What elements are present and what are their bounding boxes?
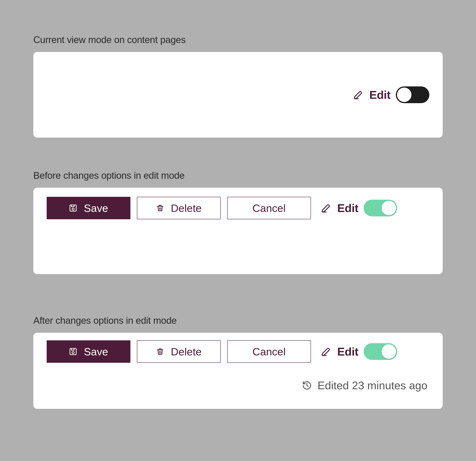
toggle-knob: [397, 88, 411, 102]
toggle-knob: [382, 201, 396, 215]
edit-toggle-on[interactable]: [364, 343, 397, 360]
edit-label: Edit: [337, 345, 358, 358]
cancel-label: Cancel: [253, 345, 286, 358]
delete-label: Delete: [171, 345, 202, 358]
delete-button[interactable]: Delete: [137, 340, 221, 363]
save-label: Save: [84, 345, 108, 358]
edit-toggle-off[interactable]: [396, 86, 429, 103]
save-button[interactable]: Save: [47, 340, 130, 363]
delete-label: Delete: [171, 202, 202, 214]
section-label-after: After changes options in edit mode: [33, 315, 443, 326]
edit-wrap-after: Edit: [321, 343, 397, 360]
trash-icon: [156, 347, 164, 356]
delete-button[interactable]: Delete: [137, 197, 221, 219]
cancel-button[interactable]: Cancel: [227, 340, 311, 363]
save-label: Save: [84, 202, 108, 214]
save-icon: [69, 204, 77, 212]
section-label-viewmode: Current view mode on content pages: [33, 34, 443, 45]
edited-text: Edited 23 minutes ago: [318, 379, 427, 392]
save-icon: [69, 347, 77, 356]
panel-after: Save Delete Cancel: [33, 333, 443, 409]
edited-row: Edited 23 minutes ago: [47, 379, 429, 392]
edit-icon: [321, 203, 332, 213]
svg-point-3: [72, 352, 74, 354]
toggle-knob: [382, 344, 396, 359]
edit-toggle-on[interactable]: [364, 200, 397, 216]
history-icon: [302, 380, 312, 390]
save-button[interactable]: Save: [47, 197, 130, 219]
edit-label: Edit: [369, 88, 391, 101]
panel-viewmode: Edit: [33, 52, 443, 138]
svg-point-1: [72, 208, 74, 210]
cancel-label: Cancel: [253, 202, 286, 214]
edit-label: Edit: [337, 201, 358, 215]
trash-icon: [156, 204, 164, 212]
panel-before: Save Delete Cancel: [33, 188, 443, 274]
edit-icon: [353, 90, 364, 100]
edit-wrap-viewmode: Edit: [353, 86, 429, 103]
edit-icon: [321, 346, 332, 357]
cancel-button[interactable]: Cancel: [227, 197, 311, 219]
section-label-before: Before changes options in edit mode: [33, 170, 443, 181]
edit-wrap-before: Edit: [321, 200, 397, 216]
